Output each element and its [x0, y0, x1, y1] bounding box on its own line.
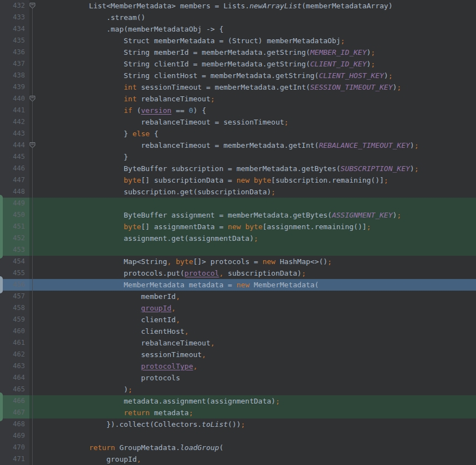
- code-token: loadGroup: [180, 443, 219, 452]
- line-number[interactable]: 464: [0, 372, 29, 384]
- code-text[interactable]: groupId,: [29, 453, 476, 465]
- code-token: newArrayList: [249, 2, 301, 10]
- code-text[interactable]: protocolType,: [29, 360, 476, 372]
- code-text[interactable]: metadata.assignment(assignmentData);: [29, 395, 476, 407]
- code-token: SUBSCRIPTION_KEY: [341, 164, 410, 173]
- code-text[interactable]: );: [29, 384, 476, 395]
- line-number[interactable]: 461: [0, 337, 29, 349]
- fold-collapse-icon[interactable]: [29, 2, 36, 9]
- code-token: }).collect(Collectors.: [54, 420, 202, 428]
- code-text[interactable]: Map<String, byte[]> protocols = new Hash…: [29, 256, 476, 267]
- line-number[interactable]: 434: [0, 23, 29, 35]
- line-number[interactable]: 439: [0, 81, 29, 93]
- code-token: ;: [211, 95, 215, 103]
- code-token: [54, 443, 89, 452]
- line-number[interactable]: 436: [0, 46, 29, 58]
- code-text[interactable]: subscription.get(subscriptionData);: [29, 186, 476, 198]
- code-text[interactable]: List<MemberMetadata> members = Lists.new…: [29, 0, 476, 12]
- code-text[interactable]: Struct memberMetadata = (Struct) memberM…: [29, 35, 476, 46]
- code-token: ,: [211, 339, 215, 347]
- code-text[interactable]: .map(memberMetadataObj -> {: [29, 23, 476, 35]
- code-text[interactable]: .stream(): [29, 12, 476, 23]
- line-number[interactable]: 463: [0, 360, 29, 372]
- fold-collapse-icon[interactable]: [29, 95, 36, 102]
- line-number[interactable]: 442: [0, 116, 29, 128]
- code-text[interactable]: rebalanceTimeout,: [29, 337, 476, 349]
- line-number[interactable]: 448: [0, 186, 29, 198]
- line-number[interactable]: 455: [0, 267, 29, 279]
- line-number[interactable]: 452: [0, 232, 29, 244]
- code-text[interactable]: groupId,: [29, 302, 476, 314]
- line-number[interactable]: 443: [0, 128, 29, 140]
- code-text[interactable]: [29, 430, 476, 442]
- code-line: 469: [0, 430, 476, 442]
- line-number[interactable]: 435: [0, 35, 29, 46]
- line-number[interactable]: 454: [0, 256, 29, 267]
- code-text[interactable]: int rebalanceTimeout;: [29, 93, 476, 105]
- code-text[interactable]: String clientHost = memberMetadata.getSt…: [29, 70, 476, 81]
- code-token: ;: [388, 71, 393, 80]
- code-text[interactable]: assignment.get(assignmentData);: [29, 232, 476, 244]
- line-number[interactable]: 462: [0, 349, 29, 360]
- code-text[interactable]: byte[] subscriptionData = new byte[subsc…: [29, 174, 476, 186]
- code-text[interactable]: ByteBuffer assignment = memberMetadata.g…: [29, 209, 476, 221]
- code-text[interactable]: } else {: [29, 128, 476, 140]
- code-text[interactable]: [29, 244, 476, 256]
- code-token: rebalanceTimeout: [54, 339, 211, 347]
- code-line: 450 ByteBuffer assignment = memberMetada…: [0, 209, 476, 221]
- code-text[interactable]: clientId,: [29, 314, 476, 326]
- line-number[interactable]: 457: [0, 291, 29, 302]
- code-text[interactable]: protocols.put(protocol, subscriptionData…: [29, 267, 476, 279]
- line-number[interactable]: 453: [0, 244, 29, 256]
- line-number[interactable]: 440: [0, 93, 29, 105]
- code-text[interactable]: rebalanceTimeout = sessionTimeout;: [29, 116, 476, 128]
- fold-collapse-icon[interactable]: [29, 142, 36, 149]
- code-token: ,: [202, 350, 206, 359]
- line-number[interactable]: 460: [0, 326, 29, 337]
- line-number[interactable]: 445: [0, 151, 29, 163]
- line-number[interactable]: 446: [0, 163, 29, 174]
- code-text[interactable]: String memberId = memberMetadata.getStri…: [29, 46, 476, 58]
- line-number[interactable]: 465: [0, 384, 29, 395]
- line-number[interactable]: 470: [0, 442, 29, 453]
- line-number[interactable]: 432: [0, 0, 29, 12]
- line-number[interactable]: 444: [0, 140, 29, 151]
- code-text[interactable]: ByteBuffer subscription = memberMetadata…: [29, 163, 476, 174]
- line-number[interactable]: 433: [0, 12, 29, 23]
- code-text[interactable]: byte[] assignmentData = new byte[assignm…: [29, 221, 476, 232]
- code-token: ) {: [193, 106, 206, 115]
- code-text[interactable]: String clientId = memberMetadata.getStri…: [29, 58, 476, 70]
- code-token: protocol: [185, 269, 219, 277]
- code-text[interactable]: clientHost,: [29, 326, 476, 337]
- code-text[interactable]: sessionTimeout,: [29, 349, 476, 360]
- line-number[interactable]: 458: [0, 302, 29, 314]
- code-text[interactable]: MemberMetadata metadata = new MemberMeta…: [29, 279, 476, 291]
- line-number[interactable]: 441: [0, 105, 29, 116]
- line-number[interactable]: 451: [0, 221, 29, 232]
- line-number[interactable]: 471: [0, 453, 29, 465]
- code-token: CLIENT_HOST_KEY: [319, 71, 383, 80]
- code-text[interactable]: protocols: [29, 372, 476, 384]
- line-number[interactable]: 450: [0, 209, 29, 221]
- code-text[interactable]: }).collect(Collectors.toList());: [29, 418, 476, 430]
- code-text[interactable]: [29, 198, 476, 209]
- line-number[interactable]: 466: [0, 395, 29, 407]
- code-text[interactable]: if (version == 0) {: [29, 105, 476, 116]
- code-text[interactable]: rebalanceTimeout = memberMetadata.getInt…: [29, 140, 476, 151]
- code-line: 435 Struct memberMetadata = (Struct) mem…: [0, 35, 476, 46]
- line-number[interactable]: 449: [0, 198, 29, 209]
- line-number[interactable]: 438: [0, 70, 29, 81]
- line-number[interactable]: 459: [0, 314, 29, 326]
- code-text[interactable]: return metadata;: [29, 407, 476, 418]
- line-number[interactable]: 447: [0, 174, 29, 186]
- line-number[interactable]: 468: [0, 418, 29, 430]
- line-number[interactable]: 467: [0, 407, 29, 418]
- line-number[interactable]: 437: [0, 58, 29, 70]
- code-text[interactable]: return GroupMetadata.loadGroup(: [29, 442, 476, 453]
- line-number[interactable]: 456: [0, 279, 29, 291]
- line-number[interactable]: 469: [0, 430, 29, 442]
- code-token: ByteBuffer assignment = memberMetadata.g…: [54, 211, 332, 219]
- code-text[interactable]: int sessionTimeout = memberMetadata.getI…: [29, 81, 476, 93]
- code-text[interactable]: }: [29, 151, 476, 163]
- code-text[interactable]: memberId,: [29, 291, 476, 302]
